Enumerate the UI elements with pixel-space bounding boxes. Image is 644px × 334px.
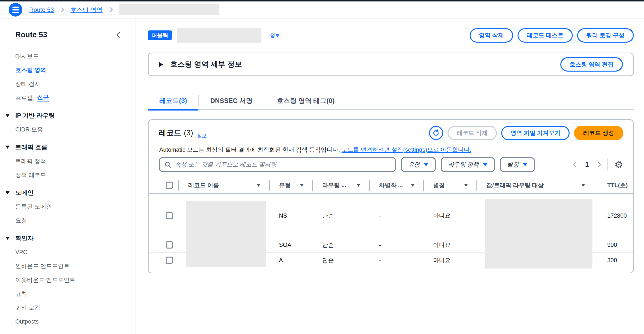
sidebar-collapse-icon[interactable]: [116, 32, 122, 38]
triangle-down-icon: [5, 191, 10, 194]
cell-type: NS: [270, 212, 313, 219]
cell-alias: 아니요: [424, 256, 477, 264]
import-zone-file-button[interactable]: 영역 파일 가져오기: [501, 126, 570, 140]
sort-icon: [464, 184, 468, 187]
column-differentiator[interactable]: 차별화 ...: [370, 178, 424, 193]
main-content: 퍼블릭 정보 영역 삭제 레코드 테스트 쿼리 로깅 구성 호스팅 영역 세부 …: [136, 19, 644, 334]
page-header: 퍼블릭 정보 영역 삭제 레코드 테스트 쿼리 로깅 구성: [148, 28, 634, 43]
breadcrumb: Route 53 호스팅 영역: [0, 2, 644, 19]
sidebar-item-health-checks[interactable]: 상태 검사: [0, 77, 135, 91]
sidebar-section-domains[interactable]: 도메인: [0, 186, 135, 200]
zone-name-redacted: [177, 28, 262, 43]
record-filter-input[interactable]: [175, 161, 390, 168]
column-alias[interactable]: 별칭: [424, 178, 477, 193]
header-info-link[interactable]: 정보: [270, 32, 280, 39]
cell-routing: 단순: [313, 241, 370, 249]
records-description: Automatic 모드는 최상의 필터 결과에 최적화된 현재 검색 동작입니…: [159, 146, 471, 154]
settings-link[interactable]: 모드를 변경하려면 설정(settings)으로 이동합니다.: [342, 146, 471, 153]
sidebar-item-registered-domains[interactable]: 등록된 도메인: [0, 200, 135, 213]
cell-routing: 단순: [313, 256, 370, 264]
triangle-down-icon: [5, 237, 10, 240]
cell-type: SOA: [270, 241, 313, 248]
select-all-checkbox[interactable]: [166, 182, 173, 189]
breadcrumb-route53-link[interactable]: Route 53: [29, 6, 54, 14]
select-all-cell: [148, 178, 179, 193]
sidebar-item-query-logging[interactable]: 쿼리 로깅: [0, 301, 135, 314]
sidebar-section-resolver[interactable]: 확인자: [0, 231, 135, 245]
sidebar: Route 53 대시보드 호스팅 영역 상태 검사 프로필 신규 IP 기반 …: [0, 19, 136, 334]
caret-down-icon: [523, 163, 528, 166]
records-filter-bar: 유형 라우팅 정책 별칭 1 ⚙: [159, 157, 623, 172]
tab-records[interactable]: 레코드(3): [148, 92, 198, 109]
expander-triangle-icon[interactable]: [159, 62, 163, 67]
chevron-right-icon: [60, 7, 64, 12]
tab-zone-tags[interactable]: 호스팅 영역 태그(0): [264, 92, 347, 109]
header-actions: 영역 삭제 레코드 테스트 쿼리 로깅 구성: [470, 28, 634, 43]
cell-differentiator: -: [370, 241, 424, 248]
previous-page-icon[interactable]: [573, 162, 578, 167]
hamburger-icon: [12, 9, 19, 11]
caret-down-icon: [424, 163, 428, 166]
cell-ttl: 172800: [594, 212, 634, 219]
sort-icon: [300, 184, 304, 187]
sidebar-section-traffic-flow[interactable]: 트래픽 흐름: [0, 140, 135, 154]
configure-query-logging-button[interactable]: 쿼리 로깅 구성: [577, 28, 634, 43]
cell-ttl: 300: [594, 257, 634, 264]
row-checkbox[interactable]: [166, 257, 173, 264]
delete-record-button[interactable]: 레코드 삭제: [448, 126, 497, 140]
breadcrumb-hosted-zones-link[interactable]: 호스팅 영역: [70, 6, 102, 14]
column-record-name[interactable]: 레코드 이름: [179, 178, 270, 193]
details-panel-title[interactable]: 호스팅 영역 세부 정보: [170, 59, 242, 69]
sidebar-title: Route 53: [15, 31, 47, 39]
test-record-button[interactable]: 레코드 테스트: [518, 28, 573, 43]
sidebar-item-outbound-endpoints[interactable]: 아웃바운드 엔드포인트: [0, 273, 135, 287]
sort-icon: [256, 184, 260, 187]
sidebar-item-dashboard[interactable]: 대시보드: [0, 49, 135, 63]
records-panel: 레코드 (3) 정보 레코드 삭제 영역 파일 가져오기 레코드 생성: [148, 119, 634, 273]
cell-differentiator: -: [370, 257, 424, 264]
sidebar-item-hosted-zones[interactable]: 호스팅 영역: [0, 63, 135, 77]
column-type[interactable]: 유형: [270, 178, 313, 193]
sidebar-item-policy-records[interactable]: 정책 레코드: [0, 168, 135, 182]
cell-alias: 아니요: [424, 212, 477, 220]
row-checkbox[interactable]: [166, 241, 173, 248]
sidebar-item-outposts[interactable]: Outposts: [0, 314, 135, 328]
edit-hosted-zone-button[interactable]: 호스팅 영역 편집: [560, 57, 623, 72]
records-info-link[interactable]: 정보: [197, 132, 207, 139]
caret-down-icon: [483, 163, 488, 166]
triangle-down-icon: [5, 114, 10, 117]
sidebar-item-cidr-collections[interactable]: CIDR 모음: [0, 122, 135, 136]
sidebar-item-profiles[interactable]: 프로필 신규: [0, 91, 135, 105]
cell-type: A: [270, 257, 313, 264]
sort-icon: [411, 184, 415, 187]
column-ttl[interactable]: TTL(초): [594, 178, 634, 193]
current-page[interactable]: 1: [585, 161, 589, 168]
hamburger-icon: [12, 7, 19, 8]
sidebar-item-inbound-endpoints[interactable]: 인바운드 엔드포인트: [0, 259, 135, 273]
refresh-button[interactable]: [429, 126, 443, 140]
sidebar-item-vpc[interactable]: VPC: [0, 245, 135, 259]
refresh-icon: [432, 129, 440, 137]
column-value[interactable]: 값/트래픽 라우팅 대상: [477, 178, 594, 193]
column-routing[interactable]: 라우팅 ...: [313, 178, 370, 193]
alias-filter-dropdown[interactable]: 별칭: [500, 157, 535, 172]
routing-policy-filter-dropdown[interactable]: 라우팅 정책: [441, 157, 495, 172]
sidebar-section-ip-routing[interactable]: IP 기반 라우팅: [0, 109, 135, 122]
sidebar-item-rules[interactable]: 규칙: [0, 287, 135, 301]
hamburger-icon: [12, 12, 19, 13]
sidebar-item-traffic-policies[interactable]: 트래픽 정책: [0, 154, 135, 168]
sidebar-item-requests[interactable]: 요청: [0, 213, 135, 227]
gear-icon[interactable]: ⚙: [614, 160, 623, 169]
menu-button[interactable]: [9, 3, 22, 17]
triangle-down-icon: [5, 146, 10, 149]
create-record-button[interactable]: 레코드 생성: [574, 126, 623, 140]
sort-icon: [581, 184, 585, 187]
tab-dnssec[interactable]: DNSSEC 서명: [199, 92, 264, 109]
delete-zone-button[interactable]: 영역 삭제: [470, 28, 513, 43]
breadcrumb-current-redacted: [119, 5, 219, 15]
sidebar-nav: 대시보드 호스팅 영역 상태 검사 프로필 신규 IP 기반 라우팅 CIDR …: [0, 49, 135, 328]
row-checkbox[interactable]: [166, 212, 173, 219]
type-filter-dropdown[interactable]: 유형: [401, 157, 436, 172]
next-page-icon[interactable]: [596, 162, 601, 167]
records-actions: 레코드 삭제 영역 파일 가져오기 레코드 생성: [429, 126, 623, 140]
